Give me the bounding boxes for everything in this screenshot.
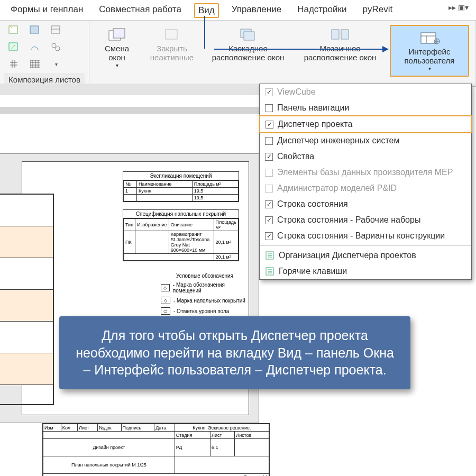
ribbon-tabs: Формы и генплан Совместная работа Вид Уп…: [0, 0, 476, 21]
tab-view[interactable]: Вид: [194, 3, 219, 18]
checkbox-icon: [265, 185, 273, 193]
drawing-canvas: Экспликация помещений №НаименованиеПлоща…: [0, 148, 259, 476]
checkbox-icon: ✓: [265, 88, 273, 96]
tile-button[interactable]: Мозаичное расположение окон: [298, 25, 382, 62]
callout-arrow: [214, 49, 383, 50]
cascade-button[interactable]: Каскадное расположение окон: [206, 25, 290, 62]
menu-item-label: Организация Диспетчера проектов: [279, 251, 416, 260]
tab-addins[interactable]: Надстройки: [294, 3, 350, 18]
browser-org-icon: [265, 251, 274, 260]
svg-rect-15: [421, 33, 436, 43]
user-interface-dropdown: ✓ViewCubeПанель навигации✓Диспетчер прое…: [259, 84, 472, 280]
tab-collab[interactable]: Совместная работа: [96, 3, 185, 18]
titleblock: ИзмКолЛист№докПодписьДатаКухня. Эскизное…: [42, 423, 270, 476]
menu-item: Элементы базы данных производителя MEP: [260, 164, 471, 180]
menu-item-label: Диспетчер инженерных систем: [277, 136, 399, 145]
checkbox-icon: ✓: [266, 121, 273, 129]
menu-item[interactable]: ✓Строка состояния - Рабочие наборы: [260, 212, 471, 228]
grid-small-icon[interactable]: [4, 57, 23, 71]
room-tag-icon: ◇: [161, 284, 170, 291]
panel-windows: Смена окон ▾ Закрыть неактивные Каскадно…: [89, 21, 476, 86]
checkbox-icon: ✓: [265, 200, 273, 208]
svg-rect-10: [166, 30, 177, 39]
menu-item: Администратор моделей P&ID: [260, 180, 471, 196]
menu-item: ✓ViewCube: [260, 84, 471, 100]
user-interface-button[interactable]: Интерфейс пользователя ▾: [390, 25, 469, 77]
svg-point-5: [52, 43, 56, 48]
options-bar: [0, 84, 259, 95]
svg-rect-4: [9, 43, 17, 50]
guide-icon[interactable]: [25, 40, 44, 54]
menu-item[interactable]: Диспетчер инженерных систем: [260, 133, 471, 149]
menu-tool-item[interactable]: Организация Диспетчера проектов: [260, 248, 471, 263]
checkbox-icon: [265, 169, 273, 177]
svg-rect-0: [9, 26, 17, 33]
menu-item-label: Строка состояния - Варианты конструкции: [277, 231, 445, 241]
tile-icon: [331, 26, 350, 44]
floor-spec-schedule: Спецификация напольных покрытий ТипИзобр…: [123, 209, 239, 261]
menu-item-label: Элементы базы данных производителя MEP: [277, 168, 453, 177]
level-mark-icon: ▭: [161, 307, 170, 315]
menu-item-label: Свойства: [277, 152, 314, 161]
view-icon[interactable]: [25, 23, 44, 38]
checkbox-icon: ✓: [265, 216, 273, 224]
menu-item[interactable]: ✓Строка состояния - Варианты конструкции: [260, 228, 471, 244]
switch-windows-button[interactable]: Смена окон ▾: [96, 25, 138, 68]
svg-rect-14: [341, 30, 349, 39]
revision-icon[interactable]: [4, 40, 23, 54]
user-interface-icon: [419, 29, 440, 47]
instruction-callout: Для того чтобы открыть Диспетчер проекта…: [59, 316, 410, 389]
menu-item-label: Панель навигации: [277, 103, 349, 113]
legend: Условные обозначения ◇- Марка обозначени…: [161, 273, 249, 318]
checkbox-icon: ✓: [265, 153, 273, 161]
dropdown-icon[interactable]: ▾: [47, 57, 66, 71]
type-selector-bar: [0, 107, 259, 114]
menu-item-label: Строка состояния - Рабочие наборы: [277, 215, 420, 225]
tab-manage[interactable]: Управление: [228, 3, 285, 18]
menu-item-label: ViewCube: [277, 87, 316, 97]
dropdown-arrow-icon: ▾: [116, 62, 118, 69]
checkbox-icon: ✓: [265, 232, 273, 240]
menu-item-label: Администратор моделей P&ID: [277, 184, 397, 193]
dropdown-arrow-icon: ▾: [428, 66, 431, 72]
checkbox-icon: [265, 104, 273, 112]
menu-item[interactable]: Панель навигации: [260, 100, 471, 116]
floor-plan-view: [0, 194, 54, 405]
title-icon[interactable]: [47, 23, 66, 38]
room-schedule: Экспликация помещений №НаименованиеПлоща…: [123, 171, 239, 202]
menu-item-label: Горячие клавиши: [279, 267, 347, 276]
close-inactive-icon: [164, 26, 180, 44]
sheet-icon[interactable]: [4, 23, 23, 38]
shortcuts-icon: [265, 267, 274, 276]
svg-rect-2: [51, 26, 60, 33]
svg-point-6: [56, 47, 60, 51]
floor-tag-icon: ◇: [161, 297, 170, 304]
tab-nav-icons[interactable]: ▸▸ ▣▾: [448, 3, 469, 18]
svg-rect-13: [332, 30, 339, 39]
close-inactive-button: Закрыть неактивные: [145, 25, 198, 62]
menu-tool-item[interactable]: Горячие клавиши: [260, 263, 471, 279]
switch-windows-icon: [108, 26, 126, 44]
menu-item-label: Диспетчер проекта: [278, 120, 352, 129]
checkbox-icon: [265, 137, 273, 145]
menu-item-label: Строка состояния: [277, 199, 348, 209]
svg-rect-1: [30, 26, 39, 33]
svg-rect-9: [113, 29, 125, 38]
grid-large-icon[interactable]: [25, 57, 44, 71]
callout-arrow: [204, 16, 205, 49]
menu-item[interactable]: ✓Свойства: [260, 149, 471, 164]
panel-sheet-composition: ▾ Композиция листов: [0, 21, 89, 86]
matchline-icon[interactable]: [47, 40, 66, 54]
svg-rect-12: [244, 32, 254, 40]
tab-forms[interactable]: Формы и генплан: [7, 3, 86, 18]
svg-rect-7: [10, 60, 17, 68]
menu-item[interactable]: ✓Диспетчер проекта: [259, 115, 472, 133]
cascade-icon: [239, 26, 257, 44]
ribbon-body: ▾ Композиция листов Смена окон ▾ Закрыть…: [0, 21, 476, 87]
menu-item[interactable]: ✓Строка состояния: [260, 196, 471, 212]
tab-pyrevit[interactable]: pyRevit: [359, 3, 396, 18]
